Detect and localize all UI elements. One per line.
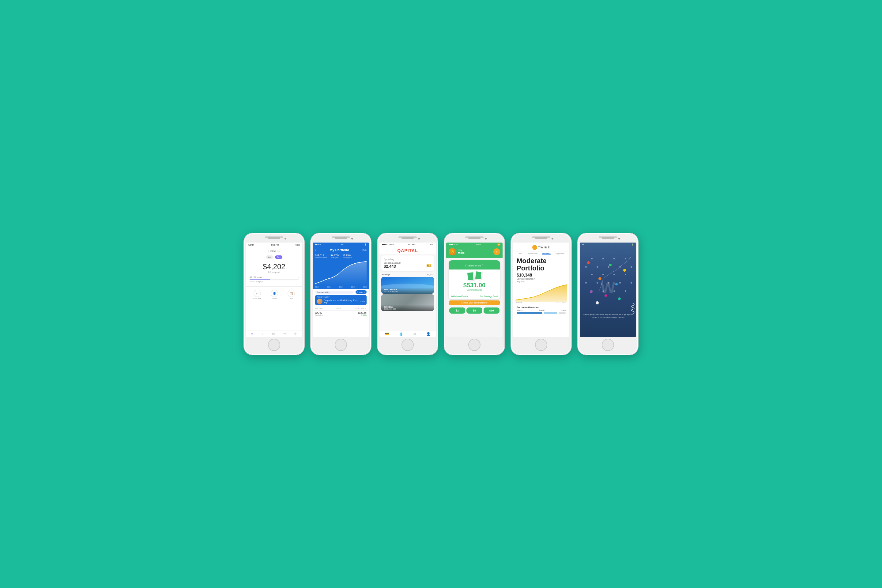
- p3-savings-item-2[interactable]: City Bike $680 of $1,000: [381, 294, 434, 311]
- p2-achievement-text: Congrats! You beat Buffett today. Keep i…: [324, 299, 358, 303]
- p1-icons: ⇄ Cash flow 👤 Person 📋 Bills: [246, 286, 302, 303]
- p2-edit-btn[interactable]: Edit: [362, 249, 367, 251]
- p3-nav-wallet[interactable]: 💳: [385, 332, 389, 336]
- p4-card-title: Vacation Fund: [465, 264, 484, 267]
- p3-nav-drop[interactable]: 💧: [399, 332, 404, 336]
- p4-amount-10[interactable]: $10: [484, 308, 500, 314]
- p2-year-btn[interactable]: 5 years ▾: [356, 290, 367, 294]
- p4-name: Mike: [458, 251, 465, 255]
- p6-status-bar: ●● 🔋: [580, 243, 636, 246]
- p4-amount-5[interactable]: $5: [466, 308, 482, 314]
- p2-worth-label: Portfolio worth: [315, 256, 327, 258]
- p4-withdraw-btn[interactable]: Withdraw Funds: [451, 295, 468, 297]
- p2-header: ‹ My Portfolio Edit: [313, 246, 369, 254]
- p2-chart: [313, 261, 369, 285]
- p1-cashflow-circle: ⇄: [254, 290, 261, 297]
- p3-logo: QAPITAL: [380, 246, 436, 254]
- phone-camera-4: [485, 238, 487, 240]
- p4-amount-2[interactable]: $2: [449, 308, 465, 314]
- p6-dashed-path-svg: [580, 255, 636, 318]
- phone-speaker-5: [535, 237, 547, 239]
- p4-card-note-2: [475, 271, 482, 280]
- p5-alloc-title: Portfolio Allocation: [513, 305, 569, 309]
- p3-savings-item-1[interactable]: Surf Lessons $1,275 of $1,500: [381, 277, 434, 294]
- p1-bills-icon-item[interactable]: 📋 Bills: [288, 290, 295, 300]
- phone-game: ●● 🔋: [577, 233, 639, 355]
- p4-greeting: Hey: [458, 249, 465, 251]
- p1-battery: 52%: [296, 244, 300, 246]
- p5-tab-conservative[interactable]: Conservative: [527, 253, 537, 255]
- p2-ticker: AAPL: [315, 312, 323, 314]
- phone6-screen: ●● 🔋: [580, 243, 636, 337]
- p1-progress-bar: [250, 279, 298, 280]
- p1-bills-circle: 📋: [288, 290, 295, 297]
- p2-col-gain: DAILY GAIN ▲: [354, 308, 367, 310]
- p3-spending-card: Spending Spending Account $2,443 🎫: [381, 255, 434, 271]
- p2-holding-row[interactable]: AAPL Apple Inc. $122.56 5.24%: [313, 310, 369, 317]
- p1-person-icon-item[interactable]: 👤 Person: [271, 290, 278, 300]
- p3-spending-amount: $2,443: [384, 264, 401, 268]
- p1-month-nov[interactable]: Nov: [266, 255, 273, 259]
- p2-back-btn[interactable]: ‹: [315, 248, 316, 252]
- p2-year-2014: 2014: [363, 286, 367, 288]
- p4-carrier: ●●●● AT&T: [448, 243, 458, 246]
- p2-compare-btn[interactable]: Compare with...: [315, 291, 354, 294]
- p2-chart-labels: 2010 2011 2012 2013 2014: [313, 285, 369, 289]
- p2-gain-value: 94.67%: [330, 254, 339, 256]
- p2-company: Apple Inc.: [315, 314, 323, 316]
- p5-logo-icon: [532, 245, 537, 250]
- p5-tab-lean[interactable]: Lean: [518, 253, 522, 255]
- p1-header-label: Home: [268, 250, 276, 253]
- p2-share-btn[interactable]: Share: [360, 300, 365, 302]
- p3-battery: 100%: [429, 243, 434, 245]
- p1-month-dec[interactable]: Dec: [275, 255, 282, 259]
- p2-gain-stat: 94.67% Total gain: [330, 254, 339, 258]
- p3-carrier: ●●●●● Qapital: [382, 243, 394, 245]
- p1-nav-list[interactable]: ≡: [251, 332, 253, 335]
- p1-bottom-nav: ≡ ⌂ ▤ ⇆ ⚙: [246, 330, 302, 337]
- p3-logo-text: QAPITAL: [397, 248, 418, 253]
- p1-spent-row: $3,122 spent ›: [250, 276, 298, 278]
- p2-achievement-row: Congrats! You beat Buffett today. Keep i…: [317, 298, 365, 304]
- phone4-screen: ●●●● AT&T 3:30 PM 📶 😊 Hey Mike ↑ Vacatio…: [446, 243, 502, 337]
- p2-col-holding: HOLDING: [315, 308, 323, 310]
- p4-balance-label: Current Balance: [451, 289, 498, 291]
- p3-account-name: Spending Account: [384, 262, 401, 264]
- phone-camera-5: [552, 238, 554, 240]
- phone2-screen: ●●●●● 9:41 🔋 ‹ My Portfolio Edit $17,515…: [313, 243, 369, 337]
- p3-nav-transfer[interactable]: ⇄: [413, 332, 416, 336]
- p1-month-nav: Nov Dec: [246, 254, 302, 260]
- p1-info-icon[interactable]: ⓘ: [277, 250, 280, 253]
- p2-status-bar: ●●●●● 9:41 🔋: [313, 243, 369, 246]
- p4-set-goal-btn[interactable]: Set Savings Goal: [480, 295, 498, 297]
- p4-milestone: $4 until your next milestone: [448, 300, 500, 305]
- p3-savings-header: Savings $3,225: [380, 272, 436, 276]
- p1-nav-settings[interactable]: ⚙: [294, 332, 297, 335]
- p2-avatar: [317, 298, 322, 304]
- p4-actions: Withdraw Funds Set Savings Goal: [448, 293, 500, 299]
- p5-chart: [513, 283, 569, 302]
- p5-tab-moderate[interactable]: Moderate: [542, 253, 550, 255]
- p4-tip-icon[interactable]: ↑: [494, 248, 500, 255]
- p3-spending-row: Spending Account $2,443 🎫: [384, 262, 432, 268]
- p2-worth-value: $17,515: [315, 254, 327, 256]
- p6-instruction-1: Pull the spring to start and drop the ba…: [583, 314, 633, 315]
- p1-status-bar: Sprint 4:55 PM 52%: [246, 243, 302, 246]
- p6-battery-icon: 🔋: [632, 243, 634, 246]
- p2-battery: 🔋: [364, 243, 367, 246]
- p2-year-2011: 2011: [327, 286, 330, 288]
- p3-item2-title: City Bike: [384, 306, 432, 308]
- p2-yearly-label: Yearly gain: [343, 256, 352, 258]
- p5-tab-aggressive[interactable]: Aggressive: [555, 253, 564, 255]
- p3-nav-user[interactable]: 👤: [426, 332, 430, 336]
- p1-nav-transfer[interactable]: ⇆: [283, 332, 286, 335]
- p1-arrow-right[interactable]: ›: [298, 276, 298, 278]
- p6-spring[interactable]: [631, 303, 634, 312]
- p4-balance-amount: $531.00: [451, 282, 498, 289]
- p1-nav-home[interactable]: ⌂: [261, 332, 263, 335]
- p1-nav-card[interactable]: ▤: [272, 332, 275, 335]
- p1-bills-label: Bills: [290, 298, 293, 300]
- p1-cashflow-icon-item[interactable]: ⇄ Cash flow: [253, 290, 261, 300]
- phone-camera-1: [285, 238, 286, 240]
- p1-time: 4:55 PM: [271, 244, 279, 246]
